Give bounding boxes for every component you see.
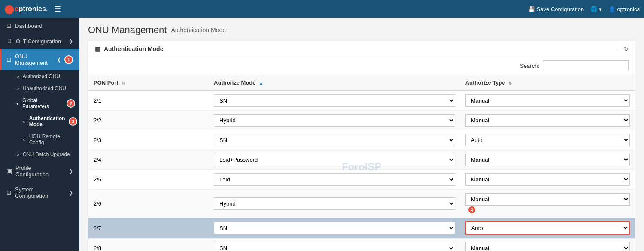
hgu-icon: ○ xyxy=(23,137,26,142)
system-arrow-icon: ❯ xyxy=(69,190,73,196)
profile-icon: ▣ xyxy=(6,168,12,175)
olt-arrow-icon: ❯ xyxy=(69,39,73,44)
authorize-mode-select[interactable]: SNHybridLoid+PasswordLoid xyxy=(214,134,455,146)
navbar-right: 💾 Save Configuration 🌐 ▾ 👤 optronics xyxy=(528,6,640,12)
authentication-table: PON Port ⇅ Authorize Mode ▲ Authorize Ty… xyxy=(88,75,635,251)
authorize-mode-select[interactable]: SNHybridLoid+PasswordLoid xyxy=(214,114,455,127)
save-config-button[interactable]: 💾 Save Configuration xyxy=(528,6,584,12)
cell-authorize-mode: SNHybridLoid+PasswordLoid xyxy=(209,91,460,111)
sidebar-item-global-parameters[interactable]: ▾ Global Parameters 2 xyxy=(12,94,79,112)
batch-icon: ○ xyxy=(16,152,19,157)
global-params-submenu: ○ Authentication Mode 3 ○ HGU Remote Con… xyxy=(12,112,79,148)
onu-icon: ⊟ xyxy=(6,56,12,63)
authorize-mode-select[interactable]: SNHybridLoid+PasswordLoid xyxy=(214,154,455,166)
save-icon: 💾 xyxy=(528,6,535,12)
badge-2: 2 xyxy=(67,99,75,108)
table-row: 2/7SNHybridLoid+PasswordLoidManualAuto xyxy=(88,218,635,239)
navbar-left: ⬤ optronics. ☰ xyxy=(4,4,61,14)
search-label: Search: xyxy=(520,63,539,69)
cell-authorize-mode: SNHybridLoid+PasswordLoid xyxy=(209,150,460,170)
cell-authorize-mode: SNHybridLoid+PasswordLoid xyxy=(209,111,460,130)
cell-authorize-type: ManualAuto xyxy=(460,130,635,150)
authorize-mode-select[interactable]: SNHybridLoid+PasswordLoid xyxy=(214,94,455,107)
user-icon: 👤 xyxy=(608,6,615,12)
search-input[interactable] xyxy=(543,60,629,71)
authorize-type-select[interactable]: ManualAuto xyxy=(465,193,630,206)
table-header-row: PON Port ⇅ Authorize Mode ▲ Authorize Ty… xyxy=(88,75,635,91)
refresh-icon[interactable]: ↻ xyxy=(624,46,629,52)
table-row: 2/2SNHybridLoid+PasswordLoidManualAuto xyxy=(88,111,635,130)
profile-arrow-icon: ❯ xyxy=(69,169,73,174)
search-bar: Search: xyxy=(88,57,635,75)
table-row: 2/4SNHybridLoid+PasswordLoidManualAuto xyxy=(88,150,635,170)
page-title: ONU Management xyxy=(88,24,167,36)
auth-mode-icon: ○ xyxy=(23,119,26,124)
cell-authorize-type: ManualAuto xyxy=(460,150,635,170)
olt-icon: 🖥 xyxy=(6,38,12,45)
badge-4: 4 xyxy=(468,206,476,214)
table-row: 2/3SNHybridLoid+PasswordLoidManualAuto xyxy=(88,130,635,150)
onu-arrow-icon: ❮ xyxy=(57,57,61,63)
page-header: ONU Management Authentication Mode xyxy=(88,24,635,36)
authorize-type-select[interactable]: ManualAuto xyxy=(465,134,630,146)
globe-icon: 🌐 xyxy=(590,6,597,12)
sidebar-item-unauthorized-onu[interactable]: ○ Unauthorized ONU xyxy=(12,82,79,94)
sidebar-item-onu-batch[interactable]: ○ ONU Batch Upgrade xyxy=(12,148,79,160)
sidebar-item-hgu-remote[interactable]: ○ HGU Remote Config xyxy=(18,130,79,148)
table-body: 2/1SNHybridLoid+PasswordLoidManualAuto2/… xyxy=(88,91,635,251)
authorize-type-select[interactable]: ManualAuto xyxy=(465,173,630,186)
pon-sort-icon: ⇅ xyxy=(122,81,125,85)
col-authorize-mode[interactable]: Authorize Mode ▲ xyxy=(209,75,460,91)
badge-3: 3 xyxy=(69,117,77,126)
authentication-mode-card: ▦ Authentication Mode − ↻ Search: ForoIS… xyxy=(88,41,635,251)
cell-pon-port: 2/7 xyxy=(88,218,209,239)
sidebar-item-dashboard[interactable]: ⊞ Dashboard xyxy=(0,18,79,33)
authorize-mode-select[interactable]: SNHybridLoid+PasswordLoid xyxy=(214,173,455,186)
sidebar-item-authentication-mode[interactable]: ○ Authentication Mode 3 xyxy=(18,112,79,130)
authorize-type-select[interactable]: ManualAuto xyxy=(465,114,630,127)
logo-text: optronics. xyxy=(15,5,48,13)
sidebar: ⊞ Dashboard 🖥 OLT Configuration ❯ ⊟ ONU … xyxy=(0,18,79,251)
navbar: ⬤ optronics. ☰ 💾 Save Configuration 🌐 ▾ … xyxy=(0,0,644,18)
user-menu[interactable]: 👤 optronics xyxy=(608,6,640,12)
sidebar-item-olt-config[interactable]: 🖥 OLT Configuration ❯ xyxy=(0,33,79,49)
table-row: 2/8SNHybridLoid+PasswordLoidManualAuto xyxy=(88,239,635,251)
card-header-left: ▦ Authentication Mode xyxy=(95,45,163,52)
table-row: 2/1SNHybridLoid+PasswordLoidManualAuto xyxy=(88,91,635,111)
table-row: 2/6SNHybridLoid+PasswordLoidManualAuto4 xyxy=(88,190,635,218)
unauthorized-icon: ○ xyxy=(16,86,19,91)
hamburger-icon[interactable]: ☰ xyxy=(54,4,61,14)
badge-1: 1 xyxy=(64,55,73,64)
authorize-type-select[interactable]: ManualAuto xyxy=(465,154,630,166)
auth-type-sort-icon: ⇅ xyxy=(508,81,512,85)
cell-pon-port: 2/5 xyxy=(88,170,209,190)
sidebar-item-system-config[interactable]: ⊟ System Configuration ❯ xyxy=(0,182,79,203)
dashboard-icon: ⊞ xyxy=(6,22,12,29)
cell-pon-port: 2/2 xyxy=(88,111,209,130)
col-authorize-type[interactable]: Authorize Type ⇅ xyxy=(460,75,635,91)
col-pon-port[interactable]: PON Port ⇅ xyxy=(88,75,209,91)
minimize-icon[interactable]: − xyxy=(617,46,620,52)
card-header-right: − ↻ xyxy=(617,46,629,52)
cell-authorize-type: ManualAuto4 xyxy=(460,190,635,218)
authorized-icon: ○ xyxy=(16,74,19,79)
authorize-mode-select[interactable]: SNHybridLoid+PasswordLoid xyxy=(214,242,455,251)
sidebar-item-onu-management[interactable]: ⊟ ONU Management ❮ 1 xyxy=(0,49,79,70)
authorize-type-select[interactable]: ManualAuto xyxy=(465,221,630,235)
cell-pon-port: 2/3 xyxy=(88,130,209,150)
cell-pon-port: 2/1 xyxy=(88,91,209,111)
card-header: ▦ Authentication Mode − ↻ xyxy=(88,41,635,57)
sidebar-item-profile-config[interactable]: ▣ Profile Configuration ❯ xyxy=(0,160,79,182)
cell-pon-port: 2/4 xyxy=(88,150,209,170)
authorize-type-select[interactable]: ManualAuto xyxy=(465,94,630,107)
authorize-mode-select[interactable]: SNHybridLoid+PasswordLoid xyxy=(214,222,455,234)
authorize-mode-select[interactable]: SNHybridLoid+PasswordLoid xyxy=(214,197,455,210)
sidebar-item-authorized-onu[interactable]: ○ Authorized ONU xyxy=(12,70,79,82)
onu-submenu: ○ Authorized ONU ○ Unauthorized ONU ▾ Gl… xyxy=(0,70,79,160)
cell-authorize-type: ManualAuto xyxy=(460,91,635,111)
cell-pon-port: 2/6 xyxy=(88,190,209,218)
cell-authorize-mode: SNHybridLoid+PasswordLoid xyxy=(209,170,460,190)
language-selector[interactable]: 🌐 ▾ xyxy=(590,6,602,12)
table-wrapper: ForoISP PON Port ⇅ Authorize Mode ▲ xyxy=(88,75,635,251)
authorize-type-select[interactable]: ManualAuto xyxy=(465,242,630,251)
